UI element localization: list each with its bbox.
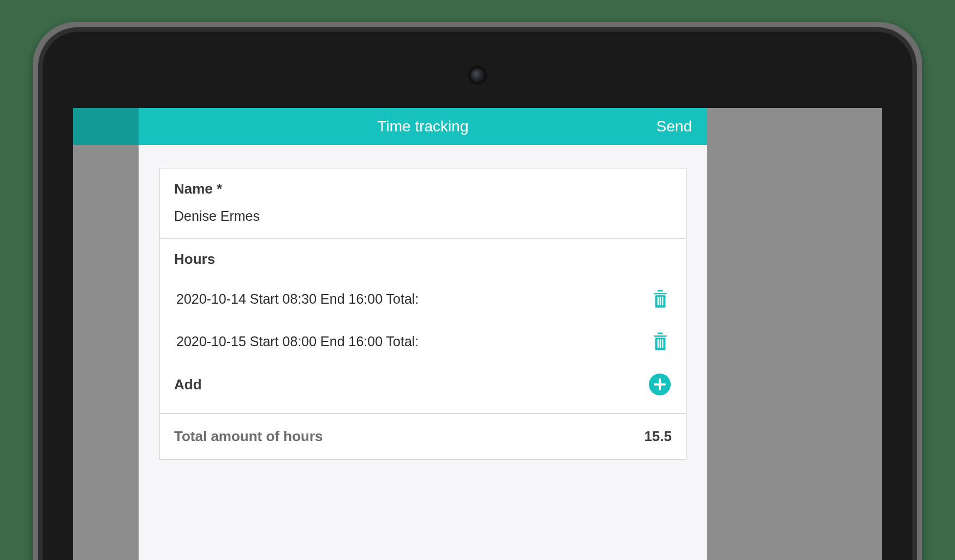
tablet-frame-outer: Time tracking Send Name * Denise Ermes xyxy=(33,22,922,560)
app-header: Time tracking Send xyxy=(139,108,707,145)
hours-entry[interactable]: 2020-10-14 Start 08:30 End 16:00 Total: xyxy=(174,283,672,315)
total-value: 15.5 xyxy=(644,428,672,445)
svg-rect-3 xyxy=(662,297,663,305)
add-entry-button[interactable] xyxy=(649,374,671,395)
add-entry-row[interactable]: Add xyxy=(174,368,672,399)
name-value: Denise Ermes xyxy=(174,208,672,224)
name-section[interactable]: Name * Denise Ermes xyxy=(160,168,686,239)
tablet-frame-mid: Time tracking Send Name * Denise Ermes xyxy=(38,27,917,560)
svg-rect-1 xyxy=(658,297,659,305)
hours-section: Hours 2020-10-14 Start 08:30 End 16:00 T… xyxy=(160,239,686,413)
tablet-camera xyxy=(471,69,484,82)
header-back-area[interactable] xyxy=(73,108,139,145)
name-label: Name * xyxy=(174,180,672,197)
hours-entry[interactable]: 2020-10-15 Start 08:00 End 16:00 Total: xyxy=(174,326,672,357)
trash-icon xyxy=(651,331,670,352)
body-gutter-right xyxy=(707,145,882,560)
hours-entry-text: 2020-10-14 Start 08:30 End 16:00 Total: xyxy=(176,291,419,307)
trash-icon xyxy=(651,288,670,309)
total-label: Total amount of hours xyxy=(174,428,323,445)
svg-rect-2 xyxy=(660,297,661,305)
hours-label: Hours xyxy=(174,251,672,268)
page-title: Time tracking xyxy=(139,118,707,135)
form-area: Name * Denise Ermes Hours 2020-10-14 Sta… xyxy=(139,145,707,560)
tablet-frame-inner: Time tracking Send Name * Denise Ermes xyxy=(43,32,912,560)
svg-rect-5 xyxy=(658,339,659,348)
total-hours-row: Total amount of hours 15.5 xyxy=(160,413,686,459)
tablet-screen: Time tracking Send Name * Denise Ermes xyxy=(73,108,882,560)
form-card: Name * Denise Ermes Hours 2020-10-14 Sta… xyxy=(159,168,687,460)
svg-rect-7 xyxy=(662,339,663,348)
svg-rect-6 xyxy=(660,339,661,348)
add-label: Add xyxy=(174,376,202,393)
delete-entry-button[interactable] xyxy=(651,331,670,352)
delete-entry-button[interactable] xyxy=(651,288,670,309)
svg-rect-10 xyxy=(654,383,666,386)
body-gutter-left xyxy=(73,145,139,560)
header-gutter-right xyxy=(707,108,882,145)
plus-icon xyxy=(649,374,671,395)
hours-entry-text: 2020-10-15 Start 08:00 End 16:00 Total: xyxy=(176,334,419,350)
